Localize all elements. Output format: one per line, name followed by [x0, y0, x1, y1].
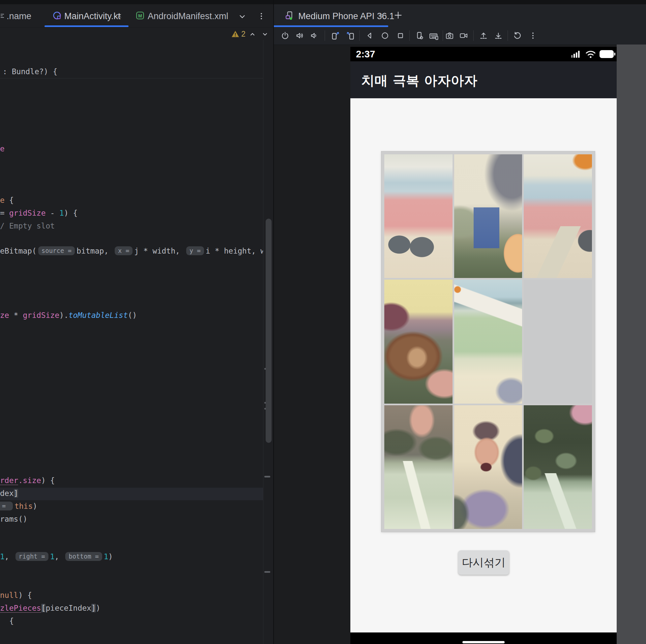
code-segment: 1 [0, 552, 5, 561]
status-bar: 2:37 [350, 47, 617, 61]
puzzle-grid [381, 151, 595, 532]
code-line[interactable]: eBitmap(source =bitmap, x =j * width, y … [0, 246, 263, 256]
window-top-strip [0, 0, 646, 4]
code-line[interactable]: e { [0, 195, 14, 205]
code-line[interactable]: dex] [0, 488, 18, 498]
code-line[interactable]: zlePieces[pieceIndex]) [0, 603, 101, 613]
app-bar: 치매 극복 아자아자 [350, 61, 617, 98]
code-segment: eBitmap( [0, 247, 36, 255]
wifi-icon [585, 50, 596, 60]
code-segment: gridSize [9, 209, 46, 217]
home-button[interactable] [379, 30, 391, 41]
code-segment: j * width, [134, 247, 184, 255]
editor-right-guide [263, 40, 263, 644]
puzzle-piece-pink-band-2[interactable] [524, 154, 592, 278]
status-time: 2:37 [356, 49, 375, 60]
code-segment: bitmap, [77, 247, 113, 255]
toolbar-separator [443, 30, 443, 41]
sticky-code-line[interactable]: : Bundle?) { [3, 67, 58, 77]
code-line[interactable]: null) { [0, 590, 32, 600]
code-segment: .size [18, 476, 41, 485]
parameter-hint-chip: y = [186, 246, 204, 255]
code-line[interactable]: e [0, 144, 5, 154]
code-segment: ] [14, 489, 18, 497]
android-studio-window: .name MainActivity.kt [0, 0, 646, 644]
code-segment: toMutableList [69, 311, 128, 319]
new-emulator-tab-icon[interactable] [393, 10, 403, 20]
tab-mainactivity-label: MainActivity.kt [64, 11, 121, 21]
code-segment: ) { [64, 209, 78, 217]
upload-button[interactable] [477, 30, 490, 41]
code-line[interactable]: = this) [0, 501, 37, 511]
puzzle-piece-laughing-boy[interactable] [454, 405, 522, 529]
download-button[interactable] [493, 30, 504, 41]
emulator-panel-scrollbar[interactable] [617, 44, 646, 644]
puzzle-piece-peppers[interactable] [524, 405, 592, 529]
code-segment: 1 [50, 552, 55, 561]
gesture-handle[interactable] [462, 641, 505, 643]
code-segment: { [9, 617, 14, 625]
code-line[interactable]: ze * gridSize).toMutableList() [0, 310, 137, 320]
shuffle-button[interactable]: 다시섞기 [458, 550, 509, 575]
power-button[interactable] [279, 30, 291, 41]
code-editor[interactable]: : Bundle?) {ee {= gridSize - 1) {/ Empty… [0, 28, 263, 644]
emulator-panel: Medium Phone API 36.1 [274, 4, 646, 644]
code-segment: ze [0, 311, 9, 319]
editor-scrollbar[interactable] [265, 218, 272, 443]
puzzle-empty-slot[interactable] [524, 280, 592, 403]
parameter-hint-chip: right = [15, 552, 48, 561]
code-segment: i * height, widt [206, 247, 263, 255]
camera-button[interactable] [444, 30, 455, 41]
emulator-header: Medium Phone API 36.1 [274, 4, 646, 45]
code-line[interactable]: = gridSize - 1) { [0, 208, 78, 218]
screen-record-button[interactable] [458, 30, 470, 41]
code-segment: ) [33, 502, 37, 511]
code-line[interactable]: rder.size) { [0, 475, 55, 485]
code-line[interactable]: / Empty slot [0, 221, 55, 231]
tab-androidmanifest[interactable]: M AndroidManifest.xml [134, 4, 217, 27]
puzzle-piece-green-paper[interactable] [454, 280, 522, 403]
battery-icon [599, 50, 616, 60]
toolbar-separator [359, 30, 359, 41]
code-segment: rder [0, 476, 18, 485]
tab-mainactivity[interactable]: MainActivity.kt [44, 4, 128, 27]
code-segment: = [0, 209, 9, 217]
rotate-left-button[interactable] [330, 30, 341, 41]
chevron-down-icon[interactable] [238, 12, 246, 21]
code-segment: ] [91, 604, 96, 612]
toolbar-separator [325, 30, 325, 41]
file-list-icon [1, 13, 5, 20]
code-line[interactable]: rams() [0, 514, 27, 524]
keyboard-button[interactable] [428, 30, 440, 41]
puzzle-piece-person-with-plants[interactable] [384, 280, 452, 403]
phone-settings-button[interactable] [414, 30, 426, 41]
code-segment: null [0, 591, 18, 600]
puzzle-piece-arm-garden[interactable] [384, 405, 452, 529]
close-emulator-tab-icon[interactable] [378, 12, 384, 18]
overview-button[interactable] [395, 30, 406, 41]
error-stripe-mark[interactable] [264, 476, 270, 477]
tab-name[interactable]: .name [7, 4, 39, 27]
error-stripe-mark[interactable] [264, 571, 270, 573]
toolbar-separator [473, 30, 473, 41]
app-content: 다시섞기 [350, 98, 617, 633]
snapshot-restore-button[interactable] [512, 30, 523, 41]
volume-down-button[interactable] [308, 30, 320, 41]
emulator-tab[interactable]: Medium Phone API 36.1 [274, 4, 406, 27]
back-button[interactable] [363, 30, 375, 41]
code-line[interactable]: 1, right =1, bottom =1) [0, 552, 113, 562]
kotlin-file-icon [53, 11, 62, 21]
code-segment: [ [41, 604, 46, 612]
rotate-right-button[interactable] [344, 30, 356, 41]
emulator-more-options-button[interactable] [527, 30, 539, 41]
puzzle-piece-pink-band-1[interactable] [384, 154, 452, 278]
close-tab-icon[interactable] [116, 13, 122, 19]
editor-more-options-icon[interactable] [257, 12, 265, 20]
volume-up-button[interactable] [294, 30, 306, 41]
code-segment: / Empty slot [0, 221, 55, 230]
puzzle-piece-blue-door[interactable] [454, 154, 522, 278]
code-segment: { [5, 196, 14, 204]
parameter-hint-chip: x = [115, 246, 132, 255]
gesture-nav-bar [350, 633, 617, 644]
code-line[interactable]: { [9, 616, 14, 626]
